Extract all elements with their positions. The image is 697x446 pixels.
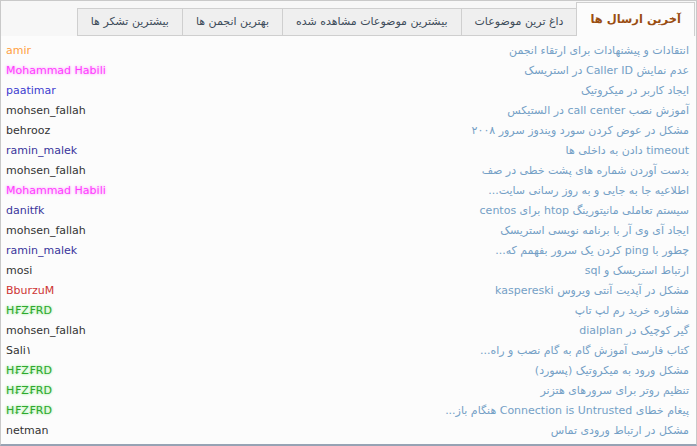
post-row: کتاب فارسی آموزش گام به گام نصب و راه...… <box>1 340 696 360</box>
tab-hottest-topics[interactable]: داغ ترین موضوعات <box>461 8 578 36</box>
topic-link[interactable]: آموزش نصب call center در الستیکس <box>507 104 689 117</box>
post-row: سیستم تعاملی مانیتورینگ htop برای centos… <box>1 200 696 220</box>
username-link[interactable]: H₣Z₣RD <box>6 384 52 397</box>
topic-link[interactable]: ایجاد کاربر در میکروتیک <box>581 84 689 97</box>
username-link[interactable]: Sali۱ <box>6 344 32 357</box>
tab-latest-posts[interactable]: آخرین ارسال ها <box>576 2 695 36</box>
post-row: عدم نمایش Caller ID در استریسک Mohammad … <box>1 60 696 80</box>
username-link[interactable]: mohsen_fallah <box>6 164 86 177</box>
post-row: مشکل در آپدیت آنتی ویروس kaspereski Bbur… <box>1 280 696 300</box>
username-link[interactable]: mohsen_fallah <box>6 224 86 237</box>
topic-link[interactable]: مشکل ورود به میکروتیک (پسورد) <box>535 364 689 377</box>
topic-link[interactable]: بدست آوردن شماره های پشت خطی در صف <box>482 164 689 177</box>
post-row: ارتباط استریسک و sql mosi <box>1 260 696 280</box>
username-link[interactable]: H₣Z₣RD <box>6 404 52 417</box>
topic-link[interactable]: ارتباط استریسک و sql <box>585 264 689 277</box>
username-link[interactable]: danitfk <box>6 204 44 217</box>
post-row: چطور با ping کردن یک سرور بفهمم که... ra… <box>1 240 696 260</box>
topic-link[interactable]: سیستم تعاملی مانیتورینگ htop برای centos <box>480 204 689 217</box>
post-row: ایجاد آی وی آر با برنامه نویسی استریسک m… <box>1 220 696 240</box>
username-link[interactable]: mohsen_fallah <box>6 324 86 337</box>
topic-link[interactable]: گیر کوچیک در dialplan <box>579 324 689 337</box>
username-link[interactable]: Mohammad Habili <box>6 184 106 197</box>
username-link[interactable]: Mohammad Habili <box>6 64 106 77</box>
topic-link[interactable]: ایجاد آی وی آر با برنامه نویسی استریسک <box>500 224 689 237</box>
username-link[interactable]: BburzuM <box>6 284 54 297</box>
username-link[interactable]: netman <box>6 424 48 437</box>
topic-link[interactable]: مشکل در ارتباط ورودی تماس <box>551 424 689 437</box>
latest-posts-widget: آخرین ارسال هاداغ ترین موضوعاتبیشترین مو… <box>0 0 697 446</box>
topic-link[interactable]: تنظیم روتر برای سرورهای هتزنر <box>540 384 689 397</box>
tab-best-forums[interactable]: بهترین انجمن ها <box>182 8 283 36</box>
username-link[interactable]: behrooz <box>6 124 50 137</box>
post-row: آموزش نصب call center در الستیکس mohsen_… <box>1 100 696 120</box>
posts-list: انتقادات و پیشنهادات برای ارتقاء انجمن a… <box>1 36 696 440</box>
topic-link[interactable]: پیغام خطای Connection is Untrusted هنگام… <box>445 404 689 417</box>
topic-link[interactable]: کتاب فارسی آموزش گام به گام نصب و راه... <box>480 344 689 357</box>
username-link[interactable]: paatimar <box>6 84 56 97</box>
topic-link[interactable]: مشکل در آپدیت آنتی ویروس kaspereski <box>495 284 689 297</box>
topic-link[interactable]: چطور با ping کردن یک سرور بفهمم که... <box>495 244 689 257</box>
topic-link[interactable]: اطلاعیه جا به جایی و به روز رسانی سایت..… <box>488 184 689 197</box>
post-row: اطلاعیه جا به جایی و به روز رسانی سایت..… <box>1 180 696 200</box>
tab-bar: آخرین ارسال هاداغ ترین موضوعاتبیشترین مو… <box>1 1 696 36</box>
username-link[interactable]: mosi <box>6 264 32 277</box>
post-row: timeout دادن به داخلی ها ramin_malek <box>1 140 696 160</box>
topic-link[interactable]: انتقادات و پیشنهادات برای ارتقاء انجمن <box>509 44 689 57</box>
post-row: پیغام خطای Connection is Untrusted هنگام… <box>1 400 696 420</box>
username-link[interactable]: H₣Z₣RD <box>6 304 52 317</box>
topic-link[interactable]: مشکل در عوض کردن سورد ویندوز سرور ۲۰۰۸ <box>472 124 689 137</box>
topic-link[interactable]: timeout دادن به داخلی ها <box>566 144 689 157</box>
topic-link[interactable]: مشاوره خرید رم لپ تاپ <box>575 304 689 317</box>
username-link[interactable]: amir <box>6 44 31 57</box>
username-link[interactable]: mohsen_fallah <box>6 104 86 117</box>
post-row: تنظیم روتر برای سرورهای هتزنر H₣Z₣RD <box>1 380 696 400</box>
post-row: مشکل ورود به میکروتیک (پسورد) H₣Z₣RD <box>1 360 696 380</box>
post-row: بدست آوردن شماره های پشت خطی در صف mohse… <box>1 160 696 180</box>
tab-most-viewed-topics[interactable]: بیشترین موضوعات مشاهده شده <box>282 8 462 36</box>
post-row: مشکل در ارتباط ورودی تماس netman <box>1 420 696 440</box>
post-row: انتقادات و پیشنهادات برای ارتقاء انجمن a… <box>1 40 696 60</box>
post-row: ایجاد کاربر در میکروتیک paatimar <box>1 80 696 100</box>
username-link[interactable]: H₣Z₣RD <box>6 364 52 377</box>
post-row: مشاوره خرید رم لپ تاپ H₣Z₣RD <box>1 300 696 320</box>
username-link[interactable]: ramin_malek <box>6 144 77 157</box>
tab-most-thanked[interactable]: بیشترین تشکر ها <box>77 8 183 36</box>
topic-link[interactable]: عدم نمایش Caller ID در استریسک <box>524 64 689 77</box>
post-row: مشکل در عوض کردن سورد ویندوز سرور ۲۰۰۸ b… <box>1 120 696 140</box>
post-row: گیر کوچیک در dialplan mohsen_fallah <box>1 320 696 340</box>
username-link[interactable]: ramin_malek <box>6 244 77 257</box>
